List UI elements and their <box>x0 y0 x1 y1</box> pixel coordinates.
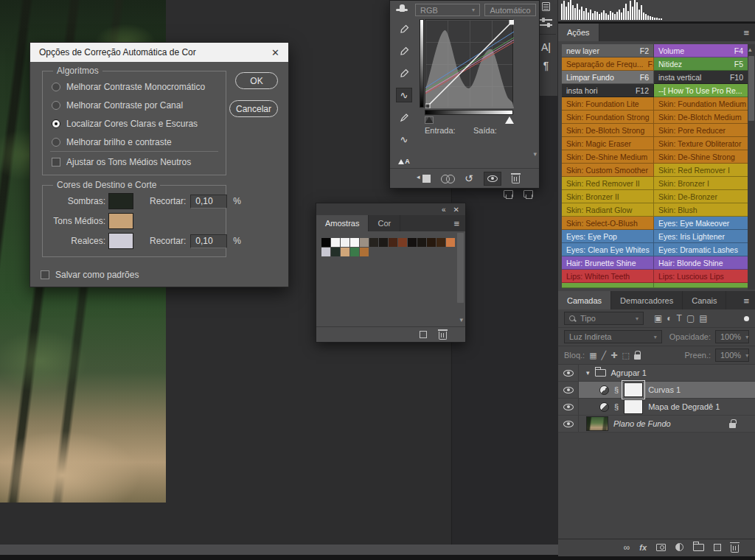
visibility-cell[interactable] <box>558 382 579 398</box>
color-swatch[interactable] <box>341 248 349 256</box>
tab-amostras[interactable]: Amostras <box>316 215 369 231</box>
action-button[interactable]: Lips: Whiten Teeth <box>562 270 654 283</box>
filter-smart-objects-icon[interactable]: ▤ <box>699 313 707 323</box>
action-button[interactable]: VolumeF4 <box>654 44 748 57</box>
targeted-adjustment-icon[interactable] <box>396 4 408 15</box>
chevron-down-icon[interactable]: ▾ <box>459 316 463 323</box>
radio-monochromatic[interactable]: Melhorar Contraste Monocromático <box>52 82 205 92</box>
color-swatch[interactable] <box>436 238 445 247</box>
blend-mode-select[interactable]: Luz Indireta ▾ <box>564 330 662 343</box>
color-swatch[interactable] <box>408 238 417 247</box>
character-panel-icon[interactable]: A| <box>541 41 551 53</box>
action-button[interactable]: NitidezF5 <box>654 57 748 71</box>
layer-row-gradient-map[interactable]: § Mapa de Degradê 1 <box>558 399 755 416</box>
adjustments-icon[interactable] <box>540 18 552 27</box>
lock-artboard-icon[interactable]: ⬚ <box>622 351 629 360</box>
link-layers-icon[interactable]: ∞ <box>624 542 630 553</box>
action-button[interactable]: Skin: Radiant Glow <box>562 203 654 217</box>
tab-camadas[interactable]: Camadas <box>558 291 611 309</box>
radio-icon[interactable] <box>52 101 60 110</box>
opacity-select[interactable]: 100% ▾ <box>715 330 749 343</box>
new-layer-icon[interactable] <box>714 544 721 551</box>
action-button[interactable]: Lips: Luscious Lips <box>654 270 748 283</box>
action-button[interactable]: insta verticalF10 <box>654 71 748 84</box>
action-button[interactable]: Separação de Frequ...F3 <box>562 57 654 71</box>
dialog-titlebar[interactable]: Opções de Correção Automática de Cor ✕ <box>30 43 288 62</box>
radio-icon[interactable] <box>52 83 60 91</box>
tab-demarcadores[interactable]: Demarcadores <box>611 291 683 309</box>
action-button[interactable] <box>562 283 654 288</box>
action-button[interactable]: Eyes: Dramatic Lashes <box>654 243 748 256</box>
smooth-curve-icon[interactable]: ∿ <box>396 132 412 147</box>
radio-icon[interactable] <box>52 138 60 147</box>
radio-find-colors[interactable]: Localizar Cores Claras e Escuras <box>52 119 198 129</box>
action-button[interactable]: Skin: Custom Smoother <box>562 164 654 177</box>
color-swatch[interactable] <box>446 238 455 247</box>
action-button[interactable]: Skin: Pore Reducer <box>654 124 748 137</box>
radio-brightness-contrast[interactable]: Melhorar brilho e contraste <box>52 137 172 147</box>
action-button[interactable]: Skin: De-Blotch Strong <box>562 124 654 137</box>
actions-scrollbar[interactable]: ▴ <box>748 44 755 290</box>
lock-move-icon[interactable]: ✚ <box>610 351 617 360</box>
action-button[interactable] <box>654 283 748 288</box>
cancel-button[interactable]: Cancelar <box>229 100 278 117</box>
collapsed-panel-icon[interactable] <box>523 190 533 197</box>
action-button[interactable]: Eyes: Eye Makeover <box>654 217 748 230</box>
action-button[interactable]: Skin: De-Shine Strong <box>654 150 748 164</box>
swatches-scrollbar[interactable] <box>457 233 464 303</box>
action-button[interactable]: Skin: Bronzer II <box>562 190 654 203</box>
lock-all-icon[interactable] <box>634 354 641 360</box>
color-swatch[interactable] <box>321 238 330 247</box>
chevron-down-icon[interactable]: ▾ <box>533 150 537 158</box>
filter-pixel-layers-icon[interactable]: ▣ <box>654 313 662 323</box>
shadows-swatch[interactable] <box>108 193 133 209</box>
visibility-cell[interactable] <box>558 365 579 381</box>
action-button[interactable]: Skin: Foundation Medium <box>654 97 748 111</box>
action-button[interactable]: Skin: Texture Obliterator <box>654 137 748 150</box>
snap-neutral-midtones-checkbox[interactable]: Ajustar os Tons Médios Neutros <box>52 157 191 167</box>
chevron-up-icon[interactable]: ▴ <box>748 46 752 53</box>
filter-type-layers-icon[interactable]: T <box>677 313 682 323</box>
shadows-clip-input[interactable]: 0,10 <box>190 195 227 209</box>
close-icon[interactable]: ✕ <box>453 206 459 214</box>
color-swatch[interactable] <box>389 238 397 247</box>
paragraph-panel-icon[interactable]: ¶ <box>543 60 549 71</box>
tab-cor[interactable]: Cor <box>369 215 400 231</box>
color-swatch[interactable] <box>360 248 369 256</box>
color-swatch[interactable] <box>398 238 407 247</box>
reset-icon[interactable]: ↺ <box>465 175 473 182</box>
auto-button[interactable]: Automático <box>484 4 536 16</box>
color-swatch[interactable] <box>331 238 340 247</box>
pencil-tool-icon[interactable] <box>396 110 412 125</box>
white-input-slider[interactable] <box>505 116 514 124</box>
tab-acoes[interactable]: Ações <box>558 24 599 41</box>
collapsed-panel-icon[interactable] <box>504 190 513 197</box>
checkbox-icon[interactable] <box>52 158 60 167</box>
panel-menu-icon[interactable]: ≡ <box>743 27 749 38</box>
color-swatch[interactable] <box>360 238 369 247</box>
collapse-icon[interactable]: « <box>442 206 446 214</box>
panel-menu-icon[interactable]: ≡ <box>743 295 749 306</box>
channel-select[interactable]: RGB ▾ <box>415 4 480 16</box>
lock-transparency-icon[interactable]: ▦ <box>589 351 596 360</box>
action-button[interactable]: Skin: Red Remover II <box>562 177 654 190</box>
chevron-down-icon[interactable]: ▾ <box>586 369 590 377</box>
color-swatch[interactable] <box>350 248 359 256</box>
color-swatch[interactable] <box>331 248 340 256</box>
highlights-swatch[interactable] <box>108 233 133 249</box>
color-swatch[interactable] <box>427 238 436 247</box>
action-button[interactable]: Limpar FundoF6 <box>562 71 654 84</box>
white-point-eyedropper-icon[interactable] <box>396 66 412 80</box>
delete-swatch-icon[interactable] <box>439 332 447 340</box>
layer-row-curves[interactable]: § Curvas 1 <box>558 382 755 399</box>
link-mask-icon[interactable]: § <box>614 385 619 394</box>
action-button[interactable]: Skin: Red Remover I <box>654 164 748 177</box>
action-button[interactable]: Skin: De-Blotch Medium <box>654 111 748 124</box>
action-button[interactable]: Skin: Bronzer I <box>654 177 748 190</box>
layer-row-background[interactable]: Plano de Fundo <box>558 416 755 433</box>
add-mask-icon[interactable] <box>656 544 666 551</box>
midtones-swatch[interactable] <box>108 213 133 229</box>
action-button[interactable]: Eyes: Iris Lightener <box>654 230 748 243</box>
action-button[interactable]: --[ How To Use Pro Re... <box>654 84 748 97</box>
save-defaults-checkbox[interactable]: Salvar como padrões <box>41 270 139 280</box>
